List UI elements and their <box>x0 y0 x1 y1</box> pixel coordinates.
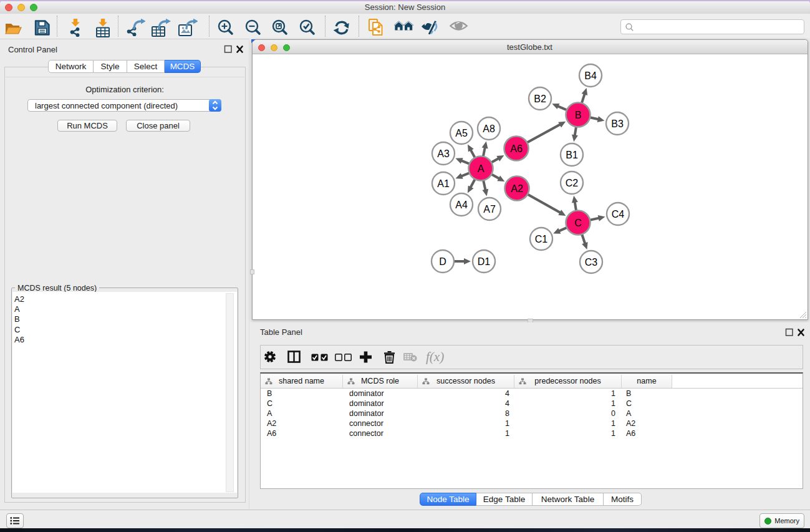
svg-text:D1: D1 <box>478 256 491 267</box>
svg-text:B4: B4 <box>584 70 597 81</box>
svg-text:A7: A7 <box>483 204 496 215</box>
svg-text:A2: A2 <box>511 183 523 194</box>
svg-text:B1: B1 <box>566 150 578 160</box>
svg-text:A: A <box>478 163 485 174</box>
svg-text:A1: A1 <box>437 178 450 189</box>
svg-text:B2: B2 <box>534 94 546 104</box>
svg-text:C4: C4 <box>612 209 625 220</box>
svg-text:C: C <box>574 218 582 228</box>
svg-text:A3: A3 <box>437 148 450 159</box>
svg-text:B: B <box>575 110 582 120</box>
svg-text:A4: A4 <box>455 200 468 210</box>
svg-text:A6: A6 <box>510 143 523 154</box>
svg-text:C1: C1 <box>535 234 548 244</box>
svg-text:A8: A8 <box>483 123 495 134</box>
svg-text:B3: B3 <box>611 118 624 129</box>
svg-text:D: D <box>439 256 446 267</box>
svg-text:A5: A5 <box>455 128 468 138</box>
svg-text:C3: C3 <box>585 257 598 268</box>
svg-text:C2: C2 <box>566 178 579 188</box>
